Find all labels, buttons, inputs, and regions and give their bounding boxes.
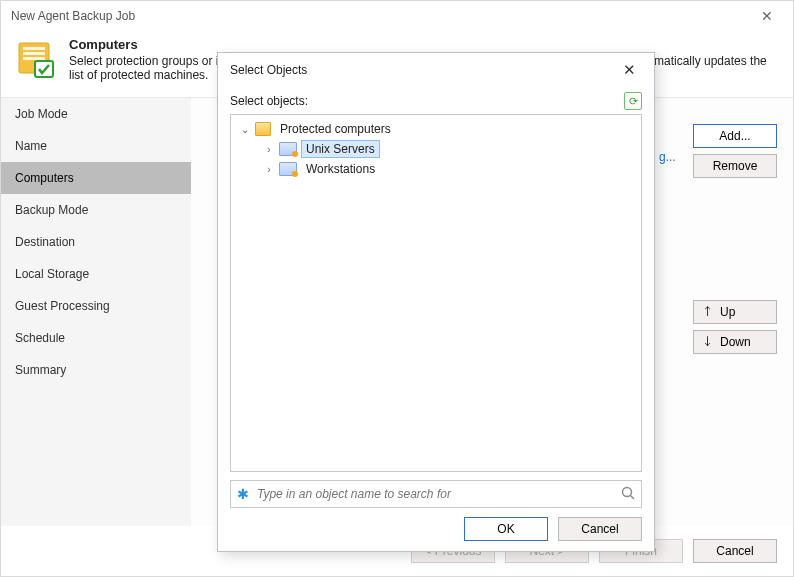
step-name[interactable]: Name [1, 130, 191, 162]
arrow-up-icon: 🡑 [702, 305, 714, 319]
objects-tree[interactable]: ⌄ Protected computers › Unix Servers › W… [230, 114, 642, 472]
cancel-button[interactable]: Cancel [693, 539, 777, 563]
select-objects-label: Select objects: [230, 94, 308, 108]
wizard-icon [15, 39, 55, 79]
titlebar: New Agent Backup Job ✕ [1, 1, 793, 31]
tree-root[interactable]: ⌄ Protected computers [235, 119, 637, 139]
tree-item-label: Unix Servers [301, 140, 380, 158]
search-star-icon: ✱ [237, 486, 249, 502]
remove-button[interactable]: Remove [693, 154, 777, 178]
list-truncated-text: g... [659, 150, 676, 164]
folder-icon [255, 122, 271, 136]
tree-item-workstations[interactable]: › Workstations [235, 159, 637, 179]
step-summary[interactable]: Summary [1, 354, 191, 386]
dialog-cancel-button[interactable]: Cancel [558, 517, 642, 541]
tree-item-unix-servers[interactable]: › Unix Servers [235, 139, 637, 159]
wizard-steps-sidebar: Job Mode Name Computers Backup Mode Dest… [1, 97, 191, 526]
page-title: Computers [69, 37, 779, 52]
tree-root-label: Protected computers [275, 120, 396, 138]
step-job-mode[interactable]: Job Mode [1, 98, 191, 130]
step-local-storage[interactable]: Local Storage [1, 258, 191, 290]
window-close-button[interactable]: ✕ [751, 6, 783, 26]
step-destination[interactable]: Destination [1, 226, 191, 258]
svg-rect-1 [23, 47, 45, 50]
svg-point-5 [623, 487, 632, 496]
step-computers[interactable]: Computers [1, 162, 191, 194]
dialog-titlebar: Select Objects ✕ [218, 53, 654, 88]
protection-group-icon [279, 162, 297, 176]
dialog-label-row: Select objects: ⟳ [218, 88, 654, 112]
dialog-footer: OK Cancel [218, 507, 654, 551]
collapse-icon[interactable]: ⌄ [239, 124, 251, 135]
search-icon[interactable] [621, 486, 635, 503]
refresh-button[interactable]: ⟳ [624, 92, 642, 110]
expand-icon[interactable]: › [263, 144, 275, 155]
ok-button[interactable]: OK [464, 517, 548, 541]
step-backup-mode[interactable]: Backup Mode [1, 194, 191, 226]
tree-item-label: Workstations [301, 160, 380, 178]
search-input[interactable] [255, 486, 621, 502]
arrow-down-icon: 🡓 [702, 335, 714, 349]
protection-group-icon [279, 142, 297, 156]
search-box[interactable]: ✱ [230, 480, 642, 508]
wizard-window: New Agent Backup Job ✕ Computers Select … [0, 0, 794, 577]
svg-rect-3 [23, 57, 45, 60]
step-guest-processing[interactable]: Guest Processing [1, 290, 191, 322]
add-button[interactable]: Add... [693, 124, 777, 148]
down-button[interactable]: 🡓Down [693, 330, 777, 354]
object-list-buttons: Add... Remove 🡑Up 🡓Down [693, 124, 777, 360]
dialog-title: Select Objects [230, 63, 307, 77]
up-button[interactable]: 🡑Up [693, 300, 777, 324]
window-title: New Agent Backup Job [11, 9, 135, 23]
dialog-close-button[interactable]: ✕ [616, 61, 642, 79]
expand-icon[interactable]: › [263, 164, 275, 175]
select-objects-dialog: Select Objects ✕ Select objects: ⟳ ⌄ Pro… [217, 52, 655, 552]
step-schedule[interactable]: Schedule [1, 322, 191, 354]
svg-line-6 [631, 495, 635, 499]
svg-rect-2 [23, 52, 45, 55]
